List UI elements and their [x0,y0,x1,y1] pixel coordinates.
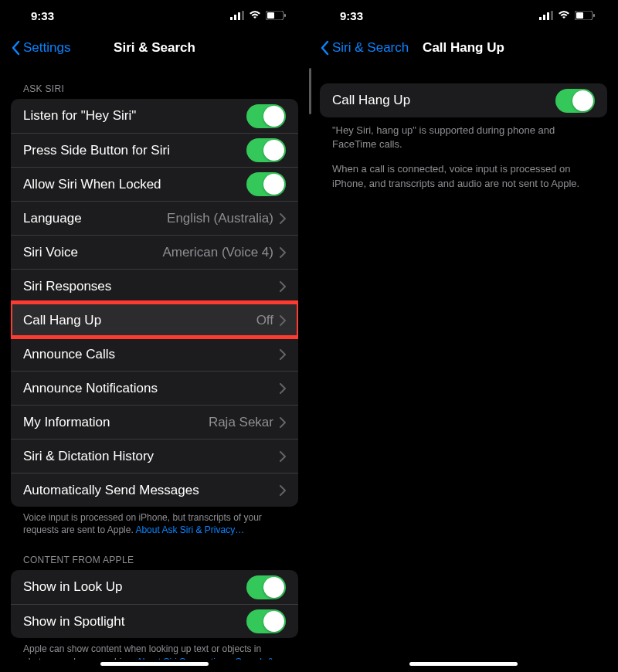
svg-rect-8 [543,15,545,20]
cellular-icon [230,11,244,20]
row-label: Show in Look Up [23,579,246,595]
list-call-hang-up: Call Hang Up [320,83,607,117]
cellular-icon [539,11,553,20]
toggle-show-look-up[interactable] [246,575,286,599]
status-icons [539,11,595,20]
back-button[interactable]: Siri & Search [320,40,409,56]
row-announce-notifications[interactable]: Announce Notifications [11,371,298,405]
back-label: Settings [23,40,70,56]
description-1: "Hey Siri, hang up" is supported during … [320,117,607,151]
chevron-left-icon [320,40,329,56]
wifi-icon [249,11,261,20]
content-left[interactable]: Ask Siri Listen for "Hey Siri" Press Sid… [0,65,309,660]
row-language[interactable]: Language English (Australia) [11,201,298,235]
svg-rect-1 [234,15,236,20]
status-time: 9:33 [340,9,363,22]
chevron-right-icon [280,281,286,292]
description-2: When a call is connected, voice input is… [320,151,607,190]
row-label: My Information [23,415,209,430]
phone-left: 9:33 Settings Siri & Search Ask Siri Lis… [0,0,309,672]
svg-rect-5 [267,12,274,19]
footer-ask-siri: Voice input is processed on iPhone, but … [11,507,298,536]
row-value: English (Australia) [167,211,273,226]
status-time: 9:33 [31,9,54,22]
toggle-show-spotlight[interactable] [246,609,286,633]
row-siri-voice[interactable]: Siri Voice American (Voice 4) [11,235,298,269]
row-label: Listen for "Hey Siri" [23,108,246,124]
chevron-right-icon [280,417,286,428]
toggle-press-side-button[interactable] [246,138,286,162]
battery-icon [266,11,286,20]
svg-rect-6 [284,14,286,17]
row-label: Siri Responses [23,279,280,294]
row-announce-calls[interactable]: Announce Calls [11,337,298,371]
battery-icon [575,11,595,20]
chevron-right-icon [280,247,286,258]
svg-rect-9 [547,12,549,20]
row-call-hang-up-toggle[interactable]: Call Hang Up [320,83,607,117]
svg-rect-0 [230,17,233,20]
svg-rect-12 [576,12,583,19]
back-button[interactable]: Settings [11,40,70,56]
row-value: Raja Sekar [209,415,273,430]
row-label: Call Hang Up [23,313,256,328]
list-content-apple: Show in Look Up Show in Spotlight [11,570,298,638]
svg-rect-7 [539,17,542,20]
chevron-right-icon [280,349,286,360]
row-listen-hey-siri[interactable]: Listen for "Hey Siri" [11,99,298,133]
chevron-right-icon [280,315,286,326]
row-label: Show in Spotlight [23,614,246,630]
row-value: Off [256,313,273,328]
toggle-listen-hey-siri[interactable] [246,104,286,128]
chevron-left-icon [11,40,20,56]
section-header-ask-siri: Ask Siri [11,65,298,99]
nav-title: Siri & Search [114,40,195,56]
row-label: Language [23,211,167,226]
home-indicator[interactable] [100,662,209,666]
list-ask-siri: Listen for "Hey Siri" Press Side Button … [11,99,298,507]
chevron-right-icon [280,485,286,496]
nav-bar: Settings Siri & Search [0,31,309,65]
row-allow-when-locked[interactable]: Allow Siri When Locked [11,167,298,201]
chevron-right-icon [280,213,286,224]
home-indicator[interactable] [409,662,518,666]
row-label: Announce Notifications [23,381,280,396]
row-show-spotlight[interactable]: Show in Spotlight [11,604,298,638]
row-call-hang-up[interactable]: Call Hang Up Off [11,303,298,337]
section-header-content-apple: Content from Apple [11,536,298,570]
row-label: Announce Calls [23,347,280,362]
row-press-side-button[interactable]: Press Side Button for Siri [11,133,298,167]
row-label: Press Side Button for Siri [23,143,246,158]
link-ask-siri-privacy[interactable]: About Ask Siri & Privacy… [135,524,244,535]
row-label: Automatically Send Messages [23,483,280,498]
content-right[interactable]: Call Hang Up "Hey Siri, hang up" is supp… [309,65,618,660]
row-auto-send-messages[interactable]: Automatically Send Messages [11,473,298,507]
row-siri-dictation-history[interactable]: Siri & Dictation History [11,439,298,473]
svg-rect-10 [551,11,553,20]
svg-rect-2 [238,12,240,20]
nav-title: Call Hang Up [423,40,504,56]
toggle-call-hang-up[interactable] [555,89,595,113]
row-my-information[interactable]: My Information Raja Sekar [11,405,298,439]
toggle-allow-when-locked[interactable] [246,172,286,196]
chevron-right-icon [280,383,286,394]
status-bar: 9:33 [0,0,309,31]
row-siri-responses[interactable]: Siri Responses [11,269,298,303]
phone-right: 9:33 Siri & Search Call Hang Up Call Han… [309,0,618,672]
row-value: American (Voice 4) [162,245,273,260]
status-bar: 9:33 [309,0,618,31]
row-label: Siri Voice [23,245,162,260]
back-label: Siri & Search [332,40,409,56]
row-label: Siri & Dictation History [23,449,280,464]
row-label: Call Hang Up [332,93,555,108]
footer-content-apple: Apple can show content when looking up t… [11,638,298,660]
row-label: Allow Siri When Locked [23,177,246,192]
svg-rect-13 [593,14,595,17]
status-icons [230,11,286,20]
row-show-look-up[interactable]: Show in Look Up [11,570,298,604]
wifi-icon [558,11,570,20]
chevron-right-icon [280,451,286,462]
svg-rect-3 [242,11,244,20]
nav-bar: Siri & Search Call Hang Up [309,31,618,65]
